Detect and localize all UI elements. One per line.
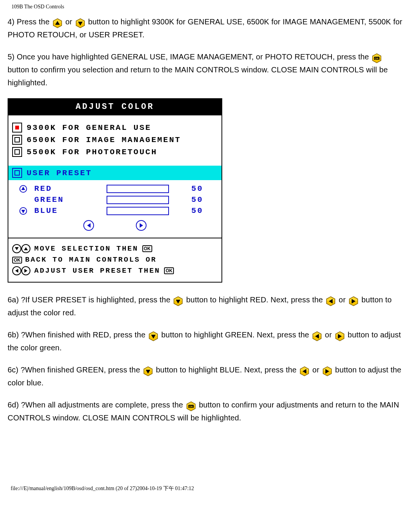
radio-icon xyxy=(12,135,22,145)
channel-bar xyxy=(107,185,169,193)
down-circle-icon xyxy=(12,207,29,215)
ok-icon xyxy=(186,401,196,411)
down-arrow-icon xyxy=(143,366,153,376)
text: or xyxy=(65,18,75,26)
channel-label: BLUE xyxy=(29,206,107,215)
preset-option[interactable]: 6500K FOR IMAGE MANAGEMENT xyxy=(12,134,218,146)
left-arrow-icon xyxy=(312,331,322,341)
left-right-controls xyxy=(12,220,218,231)
text: 6c) ?When finished GREEN, press the xyxy=(8,366,142,374)
text: 6b) ?When finished with RED, press the xyxy=(8,331,148,339)
osd-user-preset: USER PRESET RED 50 GREEN 50 BLUE 50 xyxy=(8,166,221,238)
down-arrow-icon xyxy=(148,331,158,341)
step-5: 5) Once you have highlighted GENERAL USE… xyxy=(8,50,403,89)
osd-hints: MOVE SELECTION THEN OK OK BACK TO MAIN C… xyxy=(8,238,221,282)
preset-option[interactable]: 5500K FOR PHOTORETOUCH xyxy=(12,146,218,158)
step-6a: 6a) ?If USER PRESET is highlighted, pres… xyxy=(8,293,403,319)
text: 6d) ?When all adjustments are complete, … xyxy=(8,401,185,409)
step-6c: 6c) ?When finished GREEN, press the butt… xyxy=(8,363,403,389)
left-arrow-icon xyxy=(326,296,336,306)
channel-label: GREEN xyxy=(29,195,107,204)
osd-preset-list: 9300K FOR GENERAL USE 6500K FOR IMAGE MA… xyxy=(8,115,221,166)
step-4: 4) Press the or button to highlight 9300… xyxy=(8,15,403,41)
right-arrow-icon xyxy=(349,296,358,306)
channel-row-green[interactable]: GREEN 50 xyxy=(12,194,218,205)
ok-icon: OK xyxy=(12,256,21,264)
hint-text: BACK TO MAIN CONTROLS OR xyxy=(25,256,157,264)
ok-icon: OK xyxy=(164,267,174,274)
user-preset-option[interactable]: USER PRESET xyxy=(8,166,221,180)
text: or xyxy=(325,331,334,339)
down-arrow-icon xyxy=(75,18,85,28)
text: button to highlight BLUE. Next, press th… xyxy=(156,366,299,374)
channel-value: 50 xyxy=(180,184,203,193)
page-footer: file:///E|/manual/english/109B/osd/osd_c… xyxy=(11,485,403,492)
preset-option[interactable]: 9300K FOR GENERAL USE xyxy=(12,121,218,134)
user-preset-label: USER PRESET xyxy=(27,169,92,177)
right-button[interactable] xyxy=(136,220,147,231)
step-6d: 6d) ?When all adjustments are complete, … xyxy=(8,398,403,424)
up-down-icon xyxy=(12,244,30,253)
step-6b: 6b) ?When finished with RED, press the b… xyxy=(8,328,403,354)
osd-window: ADJUST COLOR 9300K FOR GENERAL USE 6500K… xyxy=(8,98,222,283)
hint-row: MOVE SELECTION THEN OK xyxy=(12,243,218,254)
channel-value: 50 xyxy=(180,195,203,204)
channel-bar xyxy=(107,207,169,215)
right-arrow-icon xyxy=(322,366,332,376)
preset-label: 5500K FOR PHOTORETOUCH xyxy=(27,148,157,157)
preset-label: 6500K FOR IMAGE MANAGEMENT xyxy=(27,136,181,144)
text: button to confirm you selection and retu… xyxy=(8,66,388,87)
preset-label: 9300K FOR GENERAL USE xyxy=(27,123,151,132)
radio-icon xyxy=(12,147,22,157)
hint-row: OK BACK TO MAIN CONTROLS OR xyxy=(12,254,218,265)
hint-text: MOVE SELECTION THEN xyxy=(34,244,139,253)
text: button to highlight GREEN. Next, press t… xyxy=(161,331,311,339)
channel-bar xyxy=(107,196,169,204)
channel-row-red[interactable]: RED 50 xyxy=(12,183,218,194)
left-arrow-icon xyxy=(299,366,309,376)
left-right-icon xyxy=(12,266,30,275)
up-circle-icon xyxy=(12,185,29,193)
right-arrow-icon xyxy=(335,331,345,341)
left-button[interactable] xyxy=(83,220,94,231)
radio-icon xyxy=(12,168,22,178)
svg-marker-9 xyxy=(21,187,25,190)
channel-label: RED xyxy=(29,184,107,193)
osd-title: ADJUST COLOR xyxy=(8,99,221,115)
text: 5) Once you have highlighted GENERAL USE… xyxy=(8,53,371,61)
down-arrow-icon xyxy=(173,296,183,306)
svg-marker-11 xyxy=(21,210,25,213)
radio-icon xyxy=(12,123,22,133)
channel-value: 50 xyxy=(180,206,203,215)
text: or xyxy=(339,296,348,304)
page-header: 109B The OSD Controls xyxy=(11,4,403,10)
channel-row-blue[interactable]: BLUE 50 xyxy=(12,205,218,216)
up-arrow-icon xyxy=(53,18,62,28)
hint-text: ADJUST USER PRESET THEN xyxy=(34,267,160,275)
text: or xyxy=(312,366,322,374)
text: 6a) ?If USER PRESET is highlighted, pres… xyxy=(8,296,172,304)
ok-icon: OK xyxy=(142,245,152,252)
hint-row: ADJUST USER PRESET THEN OK xyxy=(12,265,218,276)
ok-icon xyxy=(372,53,382,63)
text: button to highlight RED. Next, press the xyxy=(186,296,325,304)
text: 4) Press the xyxy=(8,18,52,26)
